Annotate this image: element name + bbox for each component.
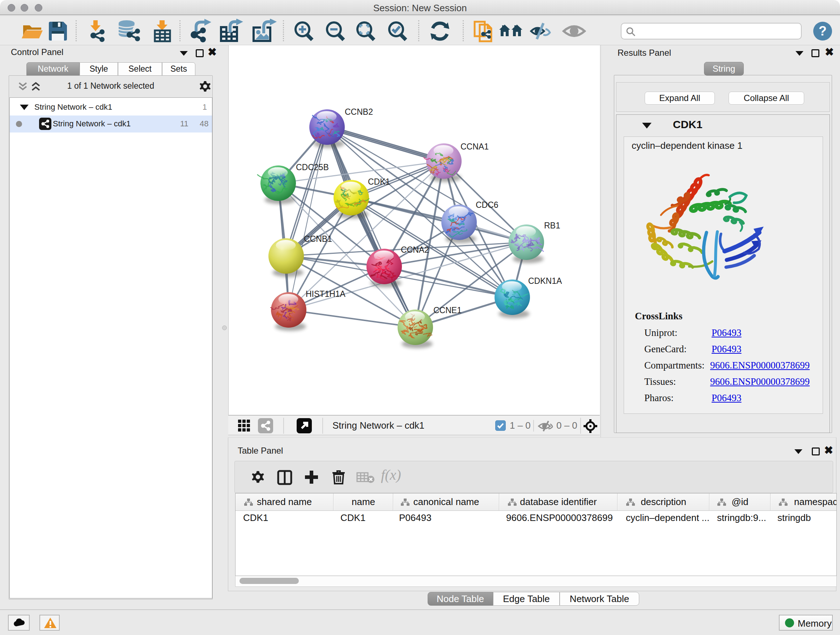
svg-text:CDC25B: CDC25B	[296, 163, 329, 172]
svg-text:?: ?	[819, 24, 827, 38]
svg-text:CDK1: CDK1	[368, 177, 390, 187]
svg-text:HIST1H1A: HIST1H1A	[306, 289, 346, 299]
svg-text:CCNB2: CCNB2	[345, 107, 373, 117]
svg-text:CCNB1: CCNB1	[304, 234, 332, 244]
svg-text:CCNE1: CCNE1	[433, 306, 462, 315]
svg-text:RB1: RB1	[544, 221, 561, 230]
svg-text:CCNA2: CCNA2	[401, 245, 429, 255]
svg-text:CDC6: CDC6	[476, 200, 499, 210]
svg-text:CCNA1: CCNA1	[461, 142, 489, 151]
svg-text:CDKN1A: CDKN1A	[528, 276, 562, 286]
